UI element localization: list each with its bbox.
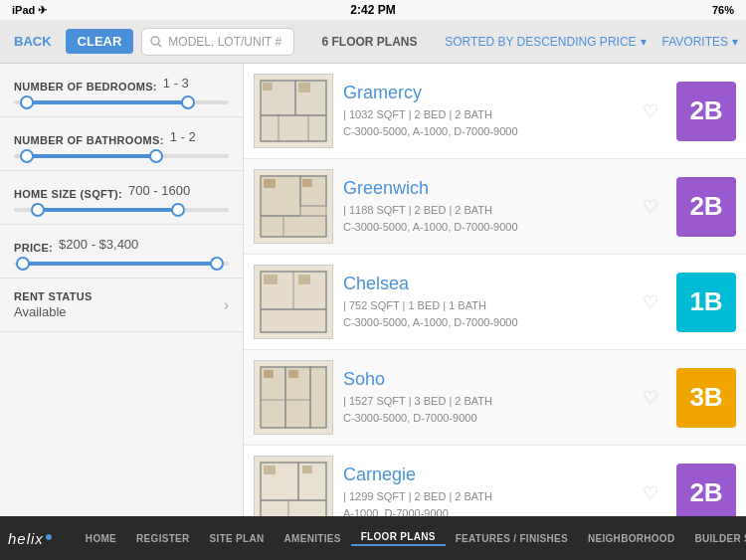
chevron-down-icon: ▾ <box>732 35 738 49</box>
nav-item-neighborhood[interactable]: NEIGHBORHOOD <box>578 533 685 544</box>
search-input[interactable]: MODEL, LOT/UNIT # <box>141 28 293 56</box>
favorite-button[interactable]: ♡ <box>635 196 666 218</box>
bedrooms-label: NUMBER OF BEDROOMS: <box>14 81 157 93</box>
svg-rect-16 <box>302 179 312 187</box>
floor-plan-info: Soho | 1527 SQFT | 3 BED | 2 BATH C-3000… <box>343 369 625 426</box>
favorite-button[interactable]: ♡ <box>635 387 666 409</box>
svg-rect-21 <box>264 275 278 284</box>
bathrooms-slider[interactable] <box>14 154 229 158</box>
brand-name: helix <box>8 530 44 547</box>
favorites-button[interactable]: FAVORITES ▾ <box>662 35 738 49</box>
floor-plan-name: Gramercy <box>343 83 625 103</box>
sort-label[interactable]: SORTED BY DESCENDING PRICE ▾ <box>445 35 646 49</box>
status-bar-right: 76% <box>712 4 734 16</box>
svg-rect-35 <box>264 466 276 474</box>
status-bar-left: iPad ✈ <box>12 4 47 17</box>
svg-rect-22 <box>298 275 310 284</box>
floor-plan-details2: C-3000-5000, A-1000, D-7000-9000 <box>343 219 625 236</box>
nav-item-home[interactable]: HOME <box>76 533 126 544</box>
battery-label: 76% <box>712 4 734 16</box>
chevron-right-icon: › <box>224 296 229 314</box>
nav-items: HOME REGISTER SITE PLAN AMENITIES FLOOR … <box>76 531 746 546</box>
bottom-nav: helix HOME REGISTER SITE PLAN AMENITIES … <box>0 516 746 560</box>
brand-logo: helix <box>8 530 64 547</box>
filter-bathrooms: NUMBER OF BATHROOMS: 1 - 2 <box>0 117 243 171</box>
homesize-label: HOME SIZE (SQFT): <box>14 188 122 200</box>
bedrooms-value: 1 - 3 <box>163 76 189 91</box>
nav-item-site-plan[interactable]: SITE PLAN <box>200 533 275 544</box>
price-value: $200 - $3,400 <box>59 237 138 252</box>
table-row[interactable]: Carnegie | 1299 SQFT | 2 BED | 2 BATH A-… <box>244 446 746 516</box>
bedroom-badge: 2B <box>676 82 736 141</box>
svg-rect-36 <box>302 466 312 473</box>
table-row[interactable]: Chelsea | 752 SQFT | 1 BED | 1 BATH C-30… <box>244 255 746 350</box>
clear-button[interactable]: CLEAR <box>66 29 134 54</box>
svg-point-0 <box>151 37 159 45</box>
bedroom-badge: 2B <box>676 464 736 517</box>
floor-plan-thumbnail <box>254 456 333 516</box>
favorite-button[interactable]: ♡ <box>635 100 666 122</box>
table-row[interactable]: Soho | 1527 SQFT | 3 BED | 2 BATH C-3000… <box>244 350 746 446</box>
floor-plan-name: Carnegie <box>343 465 625 485</box>
floor-plan-thumbnail <box>254 265 333 339</box>
floor-plan-info: Chelsea | 752 SQFT | 1 BED | 1 BATH C-30… <box>343 274 625 330</box>
svg-rect-15 <box>264 179 276 188</box>
nav-item-register[interactable]: REGISTER <box>126 533 200 544</box>
sidebar: NUMBER OF BEDROOMS: 1 - 3 NUMBER OF BATH… <box>0 64 244 516</box>
favorite-button[interactable]: ♡ <box>635 291 666 313</box>
favorite-button[interactable]: ♡ <box>635 482 666 504</box>
floor-plan-info: Greenwich | 1188 SQFT | 2 BED | 2 BATH C… <box>343 178 625 235</box>
floor-plan-name: Soho <box>343 369 625 390</box>
bedroom-badge: 3B <box>676 368 736 428</box>
table-row[interactable]: Gramercy | 1032 SQFT | 2 BED | 2 BATH C-… <box>244 64 746 159</box>
floor-plan-details2: C-3000-5000, A-1000, D-7000-9000 <box>343 314 625 331</box>
floor-plan-thumbnail <box>254 169 333 244</box>
main-layout: NUMBER OF BEDROOMS: 1 - 3 NUMBER OF BATH… <box>0 64 746 516</box>
svg-rect-9 <box>298 83 310 93</box>
search-placeholder: MODEL, LOT/UNIT # <box>168 35 281 49</box>
floor-plans-count: 6 FLOOR PLANS <box>302 35 437 49</box>
search-icon <box>150 36 162 48</box>
rent-status-label: RENT STATUS <box>14 290 93 302</box>
filter-homesize: HOME SIZE (SQFT): 700 - 1600 <box>0 171 243 225</box>
status-bar-time: 2:42 PM <box>350 3 395 17</box>
nav-item-amenities[interactable]: AMENITIES <box>275 533 351 544</box>
svg-rect-8 <box>263 83 273 91</box>
nav-item-builder-st[interactable]: BUILDER ST <box>684 533 746 544</box>
bedroom-badge: 2B <box>676 177 736 237</box>
floor-plan-details2: C-3000-5000, D-7000-9000 <box>343 410 625 427</box>
bathrooms-label: NUMBER OF BATHROOMS: <box>14 134 164 146</box>
floor-plan-details2: C-3000-5000, A-1000, D-7000-9000 <box>343 123 625 140</box>
svg-line-1 <box>158 44 161 47</box>
floor-plan-list: Gramercy | 1032 SQFT | 2 BED | 2 BATH C-… <box>244 64 746 516</box>
ipad-label: iPad ✈ <box>12 4 47 17</box>
nav-item-features[interactable]: FEATURES / FINISHES <box>446 533 578 544</box>
filter-rent-status[interactable]: RENT STATUS Available › <box>0 279 243 332</box>
floor-plan-info: Gramercy | 1032 SQFT | 2 BED | 2 BATH C-… <box>343 83 625 139</box>
homesize-value: 700 - 1600 <box>128 183 190 198</box>
chevron-down-icon: ▾ <box>641 35 647 49</box>
floor-plan-details1: | 752 SQFT | 1 BED | 1 BATH <box>343 297 625 314</box>
floor-plan-details1: | 1188 SQFT | 2 BED | 2 BATH <box>343 202 625 219</box>
brand-dot <box>46 534 52 540</box>
rent-status-value: Available <box>14 304 93 319</box>
floor-plan-details2: A-1000, D-7000-9000 <box>343 505 625 517</box>
floor-plan-thumbnail <box>254 360 333 435</box>
floor-plan-details1: | 1299 SQFT | 2 BED | 2 BATH <box>343 488 625 505</box>
svg-rect-29 <box>288 370 298 378</box>
top-nav: BACK CLEAR MODEL, LOT/UNIT # 6 FLOOR PLA… <box>0 20 746 64</box>
floor-plan-details1: | 1527 SQFT | 3 BED | 2 BATH <box>343 393 625 410</box>
floor-plan-info: Carnegie | 1299 SQFT | 2 BED | 2 BATH A-… <box>343 465 625 516</box>
floor-plan-name: Chelsea <box>343 274 625 294</box>
bedrooms-slider[interactable] <box>14 100 229 104</box>
nav-item-floor-plans[interactable]: FLOOR PLANS <box>351 531 446 546</box>
back-button[interactable]: BACK <box>8 30 58 53</box>
bedroom-badge: 1B <box>676 273 736 332</box>
floor-plan-thumbnail <box>254 74 333 148</box>
table-row[interactable]: Greenwich | 1188 SQFT | 2 BED | 2 BATH C… <box>244 159 746 255</box>
filter-bedrooms: NUMBER OF BEDROOMS: 1 - 3 <box>0 64 243 117</box>
homesize-slider[interactable] <box>14 208 229 212</box>
floor-plan-details1: | 1032 SQFT | 2 BED | 2 BATH <box>343 106 625 123</box>
price-slider[interactable] <box>14 262 229 266</box>
bathrooms-value: 1 - 2 <box>170 129 196 144</box>
